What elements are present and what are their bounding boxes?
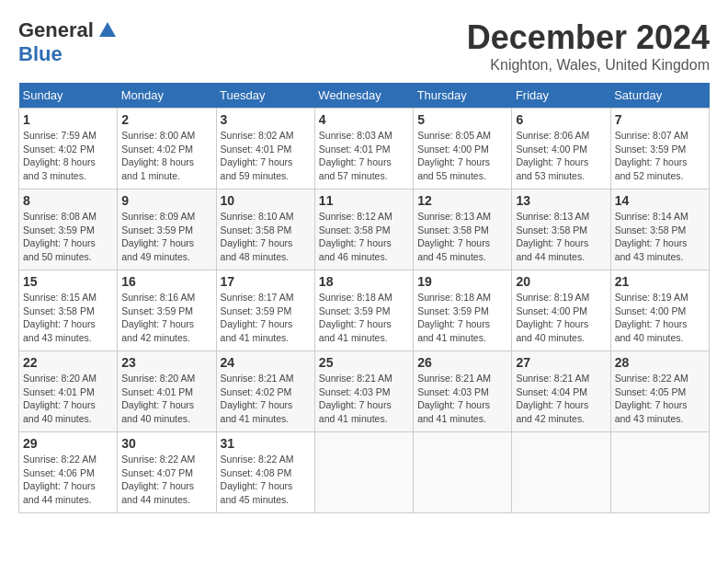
day-number: 14: [615, 193, 705, 208]
day-info: Sunrise: 8:21 AMSunset: 4:03 PMDaylight:…: [417, 372, 507, 426]
day-info: Sunrise: 8:06 AMSunset: 4:00 PMDaylight:…: [516, 129, 606, 183]
day-number: 12: [417, 193, 507, 208]
day-info: Sunrise: 8:08 AMSunset: 3:59 PMDaylight:…: [23, 210, 113, 264]
logo-general: General: [18, 18, 94, 42]
day-info: Sunrise: 8:05 AMSunset: 4:00 PMDaylight:…: [417, 129, 507, 183]
day-cell-5: 5Sunrise: 8:05 AMSunset: 4:00 PMDaylight…: [414, 109, 512, 190]
week-row-5: 29Sunrise: 8:22 AMSunset: 4:06 PMDayligh…: [19, 432, 710, 513]
day-cell-12: 12Sunrise: 8:13 AMSunset: 3:58 PMDayligh…: [414, 190, 512, 270]
day-info: Sunrise: 8:13 AMSunset: 3:58 PMDaylight:…: [516, 210, 606, 264]
day-cell-25: 25Sunrise: 8:21 AMSunset: 4:03 PMDayligh…: [314, 351, 413, 432]
day-number: 18: [319, 274, 409, 289]
day-number: 31: [221, 436, 311, 451]
day-number: 24: [221, 355, 311, 370]
day-cell-29: 29Sunrise: 8:22 AMSunset: 4:06 PMDayligh…: [19, 432, 118, 513]
day-info: Sunrise: 8:14 AMSunset: 3:58 PMDaylight:…: [615, 210, 705, 264]
day-number: 26: [417, 355, 507, 370]
empty-cell: [314, 432, 413, 513]
day-number: 6: [516, 112, 606, 127]
logo: General Blue: [18, 18, 118, 66]
empty-cell: [414, 432, 512, 513]
day-number: 2: [121, 112, 211, 127]
day-cell-11: 11Sunrise: 8:12 AMSunset: 3:58 PMDayligh…: [314, 190, 413, 270]
day-number: 28: [615, 355, 705, 370]
day-cell-8: 8Sunrise: 8:08 AMSunset: 3:59 PMDaylight…: [19, 190, 118, 270]
logo-icon: [97, 20, 118, 40]
day-number: 4: [319, 112, 409, 127]
week-row-1: 1Sunrise: 7:59 AMSunset: 4:02 PMDaylight…: [19, 109, 710, 190]
day-info: Sunrise: 8:22 AMSunset: 4:08 PMDaylight:…: [221, 453, 311, 507]
logo-blue: Blue: [18, 42, 63, 66]
day-number: 5: [417, 112, 507, 127]
svg-marker-0: [99, 22, 116, 37]
day-info: Sunrise: 8:20 AMSunset: 4:01 PMDaylight:…: [121, 372, 211, 426]
day-number: 27: [516, 355, 606, 370]
week-row-2: 8Sunrise: 8:08 AMSunset: 3:59 PMDaylight…: [19, 190, 710, 270]
day-info: Sunrise: 8:13 AMSunset: 3:58 PMDaylight:…: [417, 210, 507, 264]
weekday-header-sunday: Sunday: [19, 83, 118, 109]
day-info: Sunrise: 8:10 AMSunset: 3:58 PMDaylight:…: [221, 210, 311, 264]
day-cell-16: 16Sunrise: 8:16 AMSunset: 3:59 PMDayligh…: [118, 270, 216, 351]
weekday-header-tuesday: Tuesday: [216, 83, 314, 109]
day-cell-10: 10Sunrise: 8:10 AMSunset: 3:58 PMDayligh…: [216, 190, 314, 270]
calendar-title: December 2024: [467, 18, 710, 57]
day-cell-17: 17Sunrise: 8:17 AMSunset: 3:59 PMDayligh…: [216, 270, 314, 351]
day-info: Sunrise: 7:59 AMSunset: 4:02 PMDaylight:…: [23, 129, 113, 183]
day-info: Sunrise: 8:21 AMSunset: 4:03 PMDaylight:…: [319, 372, 409, 426]
day-info: Sunrise: 8:17 AMSunset: 3:59 PMDaylight:…: [221, 291, 311, 345]
empty-cell: [610, 432, 709, 513]
day-info: Sunrise: 8:03 AMSunset: 4:01 PMDaylight:…: [319, 129, 409, 183]
day-cell-1: 1Sunrise: 7:59 AMSunset: 4:02 PMDaylight…: [19, 109, 118, 190]
day-number: 16: [121, 274, 211, 289]
day-cell-6: 6Sunrise: 8:06 AMSunset: 4:00 PMDaylight…: [512, 109, 610, 190]
calendar-table: SundayMondayTuesdayWednesdayThursdayFrid…: [18, 83, 710, 513]
day-info: Sunrise: 8:22 AMSunset: 4:06 PMDaylight:…: [23, 453, 113, 507]
day-number: 13: [516, 193, 606, 208]
title-area: December 2024 Knighton, Wales, United Ki…: [467, 18, 710, 74]
weekday-header-monday: Monday: [118, 83, 216, 109]
day-cell-23: 23Sunrise: 8:20 AMSunset: 4:01 PMDayligh…: [118, 351, 216, 432]
day-info: Sunrise: 8:07 AMSunset: 3:59 PMDaylight:…: [615, 129, 705, 183]
day-info: Sunrise: 8:02 AMSunset: 4:01 PMDaylight:…: [221, 129, 311, 183]
day-cell-24: 24Sunrise: 8:21 AMSunset: 4:02 PMDayligh…: [216, 351, 314, 432]
day-number: 15: [23, 274, 113, 289]
day-cell-26: 26Sunrise: 8:21 AMSunset: 4:03 PMDayligh…: [414, 351, 512, 432]
day-number: 7: [615, 112, 705, 127]
day-info: Sunrise: 8:19 AMSunset: 4:00 PMDaylight:…: [615, 291, 705, 345]
day-cell-30: 30Sunrise: 8:22 AMSunset: 4:07 PMDayligh…: [118, 432, 216, 513]
day-number: 25: [319, 355, 409, 370]
day-number: 22: [23, 355, 113, 370]
day-cell-2: 2Sunrise: 8:00 AMSunset: 4:02 PMDaylight…: [118, 109, 216, 190]
day-info: Sunrise: 8:09 AMSunset: 3:59 PMDaylight:…: [121, 210, 211, 264]
day-info: Sunrise: 8:22 AMSunset: 4:05 PMDaylight:…: [615, 372, 705, 426]
day-number: 23: [121, 355, 211, 370]
day-number: 29: [23, 436, 113, 451]
day-number: 1: [23, 112, 113, 127]
day-info: Sunrise: 8:16 AMSunset: 3:59 PMDaylight:…: [121, 291, 211, 345]
day-cell-31: 31Sunrise: 8:22 AMSunset: 4:08 PMDayligh…: [216, 432, 314, 513]
weekday-header-wednesday: Wednesday: [314, 83, 413, 109]
week-row-4: 22Sunrise: 8:20 AMSunset: 4:01 PMDayligh…: [19, 351, 710, 432]
calendar-subtitle: Knighton, Wales, United Kingdom: [467, 57, 710, 74]
day-info: Sunrise: 8:20 AMSunset: 4:01 PMDaylight:…: [23, 372, 113, 426]
empty-cell: [512, 432, 610, 513]
day-info: Sunrise: 8:18 AMSunset: 3:59 PMDaylight:…: [417, 291, 507, 345]
day-number: 11: [319, 193, 409, 208]
day-cell-13: 13Sunrise: 8:13 AMSunset: 3:58 PMDayligh…: [512, 190, 610, 270]
day-number: 8: [23, 193, 113, 208]
day-cell-4: 4Sunrise: 8:03 AMSunset: 4:01 PMDaylight…: [314, 109, 413, 190]
day-number: 17: [221, 274, 311, 289]
day-info: Sunrise: 8:19 AMSunset: 4:00 PMDaylight:…: [516, 291, 606, 345]
day-cell-22: 22Sunrise: 8:20 AMSunset: 4:01 PMDayligh…: [19, 351, 118, 432]
day-info: Sunrise: 8:12 AMSunset: 3:58 PMDaylight:…: [319, 210, 409, 264]
day-number: 9: [121, 193, 211, 208]
weekday-header-thursday: Thursday: [414, 83, 512, 109]
day-number: 3: [221, 112, 311, 127]
day-cell-27: 27Sunrise: 8:21 AMSunset: 4:04 PMDayligh…: [512, 351, 610, 432]
day-number: 30: [121, 436, 211, 451]
day-info: Sunrise: 8:00 AMSunset: 4:02 PMDaylight:…: [121, 129, 211, 183]
day-info: Sunrise: 8:15 AMSunset: 3:58 PMDaylight:…: [23, 291, 113, 345]
day-info: Sunrise: 8:21 AMSunset: 4:04 PMDaylight:…: [516, 372, 606, 426]
weekday-header-friday: Friday: [512, 83, 610, 109]
day-info: Sunrise: 8:22 AMSunset: 4:07 PMDaylight:…: [121, 453, 211, 507]
